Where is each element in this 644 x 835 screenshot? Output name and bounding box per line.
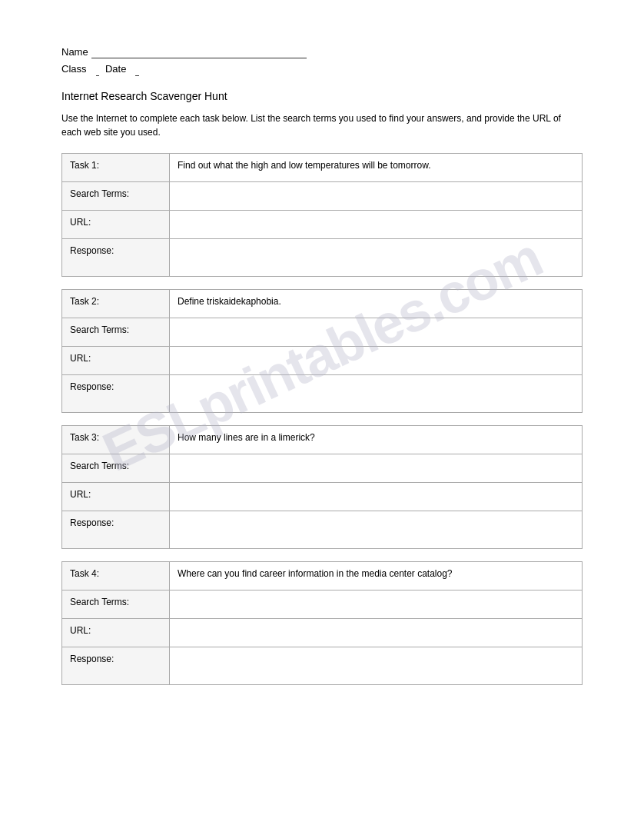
task-1-response-input[interactable]: [170, 239, 582, 276]
class-underline: [96, 62, 99, 76]
date-underline: [135, 62, 138, 76]
task-3-section: Task 3: How many lines are in a limerick…: [61, 425, 583, 549]
task-1-search-row: Search Terms:: [62, 182, 582, 211]
task-4-url-label: URL:: [62, 619, 170, 647]
class-date-line: Class Date: [61, 62, 583, 76]
task-3-search-label: Search Terms:: [62, 454, 170, 482]
task-3-url-label: URL:: [62, 483, 170, 511]
task-3-response-row: Response:: [62, 511, 582, 548]
task-1-section: Task 1: Find out what the high and low t…: [61, 153, 583, 277]
task-2-response-label: Response:: [62, 375, 170, 412]
task-1-url-row: URL:: [62, 211, 582, 239]
task-3-search-input[interactable]: [170, 454, 582, 482]
page-title: Internet Research Scavenger Hunt: [61, 90, 583, 102]
class-label: Class: [61, 63, 87, 75]
task-4-response-row: Response:: [62, 647, 582, 684]
header-section: Name Class Date: [61, 46, 583, 76]
task-1-search-label: Search Terms:: [62, 182, 170, 210]
task-4-search-label: Search Terms:: [62, 590, 170, 618]
task-4-label: Task 4:: [62, 562, 170, 590]
task-2-search-row: Search Terms:: [62, 318, 582, 347]
task-3-response-label: Response:: [62, 511, 170, 548]
task-3-url-input[interactable]: [170, 483, 582, 511]
task-2-response-input[interactable]: [170, 375, 582, 412]
task-1-text: Find out what the high and low temperatu…: [170, 154, 582, 181]
task-1-label: Task 1:: [62, 154, 170, 181]
task-2-search-input[interactable]: [170, 318, 582, 346]
task-1-response-row: Response:: [62, 239, 582, 276]
date-label: Date: [105, 63, 126, 75]
task-1-url-label: URL:: [62, 211, 170, 238]
task-2-header-row: Task 2: Define triskaidekaphobia.: [62, 290, 582, 318]
task-3-label: Task 3:: [62, 426, 170, 454]
task-2-response-row: Response:: [62, 375, 582, 412]
task-4-text: Where can you find career information in…: [170, 562, 582, 590]
task-3-search-row: Search Terms:: [62, 454, 582, 483]
task-4-response-label: Response:: [62, 647, 170, 684]
name-label: Name: [61, 46, 88, 58]
task-4-search-input[interactable]: [170, 590, 582, 618]
task-4-section: Task 4: Where can you find career inform…: [61, 561, 583, 685]
task-3-header-row: Task 3: How many lines are in a limerick…: [62, 426, 582, 454]
page: Name Class Date Internet Research Scaven…: [0, 0, 644, 835]
name-line: Name: [61, 46, 583, 58]
task-3-text: How many lines are in a limerick?: [170, 426, 582, 454]
task-1-response-label: Response:: [62, 239, 170, 276]
task-2-text: Define triskaidekaphobia.: [170, 290, 582, 318]
task-4-url-row: URL:: [62, 619, 582, 647]
task-3-url-row: URL:: [62, 483, 582, 511]
task-4-search-row: Search Terms:: [62, 590, 582, 619]
name-underline: [91, 46, 307, 58]
task-1-search-input[interactable]: [170, 182, 582, 210]
task-2-section: Task 2: Define triskaidekaphobia. Search…: [61, 289, 583, 413]
task-3-response-input[interactable]: [170, 511, 582, 548]
task-2-search-label: Search Terms:: [62, 318, 170, 346]
task-4-url-input[interactable]: [170, 619, 582, 647]
instructions: Use the Internet to complete each task b…: [61, 111, 583, 139]
task-2-url-input[interactable]: [170, 347, 582, 374]
task-4-header-row: Task 4: Where can you find career inform…: [62, 562, 582, 590]
task-1-header-row: Task 1: Find out what the high and low t…: [62, 154, 582, 182]
task-2-url-label: URL:: [62, 347, 170, 374]
task-1-url-input[interactable]: [170, 211, 582, 238]
task-4-response-input[interactable]: [170, 647, 582, 684]
task-2-url-row: URL:: [62, 347, 582, 375]
task-2-label: Task 2:: [62, 290, 170, 318]
